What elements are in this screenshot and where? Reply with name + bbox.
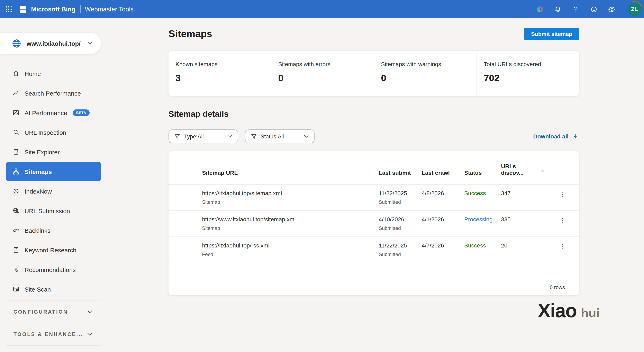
brand-divider [80,5,80,13]
column-sitemap-url: Sitemap URL [202,170,379,176]
sidebar-nav: Home Search Performance AI Performance B… [0,64,101,347]
sidebar-item-sitemaps[interactable]: Sitemaps [6,162,101,181]
sidebar-item-ai-performance[interactable]: AI Performance BETA [0,103,101,123]
sidebar-item-keyword-research[interactable]: Keyword Research [0,240,101,260]
beta-badge: BETA [73,110,89,116]
sidebar-item-indexnow[interactable]: IndexNow [0,181,101,201]
last-crawl-cell: 4/8/2026 [422,184,464,210]
help-icon[interactable]: ? [572,5,580,13]
stat-sitemaps-with-warnings: Sitemaps with warnings 0 [374,51,476,96]
doc-alert-icon [12,266,20,273]
stat-total-urls-discovered: Total URLs discovered 702 [476,51,580,96]
chart-frame-icon [12,109,20,116]
sitemap-details-heading: Sitemap details [168,109,579,119]
app-window: Microsoft Bing Webmaster Tools [0,0,644,352]
sitemap-row: https://www.itxiaohui.top/sitemap.xml Si… [168,211,579,237]
feedback-smiley-icon[interactable] [590,5,597,13]
column-status: Status [464,170,501,176]
sidebar-item-site-explorer[interactable]: Site Explorer [0,142,101,162]
checklist-doc-icon [12,148,20,156]
last-submit-cell: 11/22/2025 Submitted [379,184,422,210]
filter-icon [251,133,257,140]
gear-arrow-icon [12,187,20,195]
watermark: Xiao hui [538,299,600,322]
sitemap-stats-card: Known sitemaps 3 Sitemaps with errors 0 … [168,51,579,96]
copilot-icon[interactable] [536,5,544,13]
list-doc-icon [12,246,20,254]
chevron-down-icon [87,331,93,337]
last-submit-cell: 11/22/2025 Submitted [379,237,422,263]
sitemap-row: https://itxiaohui.top/sitemap.xml Sitema… [168,184,579,211]
kebab-menu-icon[interactable] [559,190,566,210]
stat-sitemaps-with-errors: Sitemaps with errors 0 [271,51,374,96]
stat-known-sitemaps: Known sitemaps 3 [168,51,271,96]
sidebar-divider [6,346,101,346]
last-crawl-cell: 4/7/2026 [422,237,464,263]
sitemap-row: https://itxiaohui.top/rss.xml Feed 11/22… [168,237,579,263]
waffle-menu-icon[interactable] [3,0,14,18]
submit-sitemap-button[interactable]: Submit sitemap [524,28,579,40]
chevron-down-icon [87,309,93,315]
type-filter-dropdown[interactable]: Type:All [168,130,238,143]
account-avatar[interactable]: ZL [628,2,641,16]
trend-arrow-icon [12,89,20,97]
microsoft-logo-icon [19,5,26,13]
sidebar-divider [6,301,101,301]
download-icon [572,133,579,140]
magnifier-icon [12,129,20,136]
home-icon [12,70,20,77]
sidebar-section-configuration[interactable]: CONFIGURATION [0,302,101,321]
window-magnifier-icon [12,285,20,293]
sidebar-item-url-inspection[interactable]: URL Inspection [0,123,101,142]
sidebar-divider [6,323,101,323]
urls-discovered-cell: 347 [501,184,546,210]
last-crawl-cell: 4/1/2026 [422,211,464,236]
main-content: Sitemaps Submit sitemap Known sitemaps 3… [101,18,644,352]
status-cell: Success [464,237,501,263]
download-all-link[interactable]: Download all [533,133,579,140]
globe-plus-icon [12,207,20,214]
status-cell: Processing [464,211,501,236]
sitemap-hierarchy-icon [12,168,20,175]
sidebar: www.itxiaohui.top/ Home Search Performan… [0,18,101,352]
avatar-initials: ZL [628,2,641,16]
sidebar-item-url-submission[interactable]: URL Submission [0,201,101,220]
top-bar: Microsoft Bing Webmaster Tools [0,0,644,18]
sidebar-item-search-performance[interactable]: Search Performance [0,83,101,103]
urls-discovered-cell: 335 [501,211,546,236]
status-filter-dropdown[interactable]: Status:All [245,130,314,143]
chevron-down-icon [227,134,233,139]
sitemap-table-card: Sitemap URL Last submit Last crawl Statu… [168,151,579,295]
table-header-row: Sitemap URL Last submit Last crawl Statu… [168,151,579,184]
sidebar-item-backlinks[interactable]: Backlinks [0,220,101,240]
kebab-menu-icon[interactable] [559,242,566,263]
filter-icon [174,133,180,140]
sidebar-item-site-scan[interactable]: Site Scan [0,279,101,299]
status-cell: Success [464,184,501,210]
sidebar-item-recommendations[interactable]: Recommendations [0,260,101,279]
urls-discovered-cell: 20 [501,237,546,263]
sitemap-url-cell: https://itxiaohui.top/rss.xml Feed [202,237,379,263]
page-title: Sitemaps [168,27,212,41]
column-last-crawl: Last crawl [422,170,464,176]
last-submit-cell: 4/10/2026 Submitted [379,211,422,236]
column-last-submit: Last submit [379,170,422,176]
brand-name[interactable]: Microsoft Bing [31,5,76,13]
globe-icon [12,38,22,48]
sort-descending-icon [540,167,546,173]
sitemap-url-cell: https://itxiaohui.top/sitemap.xml Sitema… [202,184,379,210]
sidebar-item-home[interactable]: Home [0,64,101,83]
notifications-bell-icon[interactable] [554,5,562,13]
filters-row: Type:All Status:All Download all [168,130,579,143]
sidebar-section-tools-enhancements[interactable]: TOOLS & ENHANCE... [0,325,101,344]
site-url-label: www.itxiaohui.top/ [26,40,80,47]
kebab-menu-icon[interactable] [559,216,566,236]
site-selector[interactable]: www.itxiaohui.top/ [0,33,101,54]
chain-links-icon [12,227,20,234]
row-count-label: 0 rows [550,285,565,290]
product-name[interactable]: Webmaster Tools [85,5,134,13]
chevron-down-icon [87,40,93,46]
column-urls-discovered[interactable]: URLs discov... [501,163,546,176]
settings-gear-icon[interactable] [608,5,615,13]
sitemap-url-cell: https://www.itxiaohui.top/sitemap.xml Si… [202,211,379,236]
